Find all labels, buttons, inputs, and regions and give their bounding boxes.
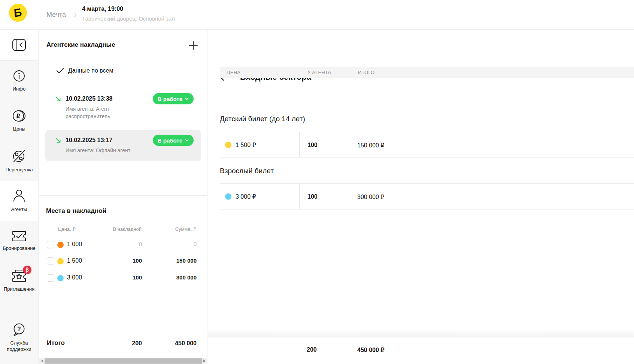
event-venue: Таврический дворец: Основной зал xyxy=(82,15,175,22)
arrow-down-right-icon xyxy=(55,96,61,102)
seat-row: 3 000 100 300 000 xyxy=(39,270,207,286)
column-header-price: Цена, ₽ xyxy=(58,226,76,232)
price-color-dot xyxy=(225,193,231,200)
total-in-invoice: 200 xyxy=(132,340,142,347)
seat-in-invoice: 100 xyxy=(133,274,142,281)
totals-row: Итого 200 450 000 xyxy=(39,339,207,349)
sidebar-spacer xyxy=(0,301,38,320)
total-divider xyxy=(39,332,207,332)
section-divider xyxy=(39,195,207,196)
seat-checkbox[interactable] xyxy=(47,257,54,265)
scrollbar-thumb[interactable] xyxy=(45,358,202,364)
sidebar-item-agents[interactable]: Агенты xyxy=(0,181,38,221)
sidebar-item-label: Цены xyxy=(1,126,37,132)
seat-sum: 150 000 xyxy=(176,257,197,264)
chevron-down-icon xyxy=(185,98,189,100)
seat-checkbox[interactable] xyxy=(47,274,54,282)
top-header: Б Мечта 4 марта, 19:00 Таврический дворе… xyxy=(0,0,634,30)
info-icon xyxy=(12,69,26,83)
invoice-item[interactable]: 10.02.2025 13:38 В работе Имя агента: Аг… xyxy=(45,90,201,124)
invoice-agent-name: Имя агента: Агент-распространитель xyxy=(66,105,152,120)
ruble-icon: ₽ xyxy=(12,109,27,123)
sector-at-agent: 100 xyxy=(307,193,318,200)
price-color-dot xyxy=(57,258,64,264)
plus-icon xyxy=(188,40,198,50)
sector-row: 1 500 ₽ 100 150 000 ₽ xyxy=(220,132,634,158)
status-dropdown[interactable]: В работе xyxy=(153,135,194,146)
total-label: Итого xyxy=(47,339,65,347)
sector-total: 300 000 ₽ xyxy=(357,193,384,201)
sidebar-item-label: Бронирование xyxy=(1,245,37,252)
sector-row: 3 000 ₽ 100 300 000 ₽ xyxy=(220,183,634,209)
sidebar-item-label: Инфо xyxy=(1,86,37,92)
column-header-total: ИТОГО xyxy=(358,70,374,75)
add-invoice-button[interactable] xyxy=(188,40,198,51)
seat-checkbox[interactable] xyxy=(47,241,54,248)
beta-badge: β xyxy=(23,266,31,274)
arrow-down-right-icon xyxy=(55,137,61,144)
invoice-datetime: 10.02.2025 13:17 xyxy=(66,137,112,144)
scroll-left-arrow[interactable] xyxy=(41,360,43,363)
sectors-totals-footer: 200 450 000 ₽ xyxy=(208,337,634,364)
sidebar: Инфо ₽ Цены Переоценка xyxy=(0,30,39,364)
sidebar-item-label: Агенты xyxy=(1,207,37,213)
price-color-dot xyxy=(225,142,231,148)
collapse-icon xyxy=(12,39,26,51)
svg-text:₽: ₽ xyxy=(16,113,20,119)
collapse-sidebar-button[interactable] xyxy=(12,39,26,51)
panel-title: Агентские накладные xyxy=(46,41,115,49)
breadcrumb-chevron-icon xyxy=(74,12,77,18)
sidebar-collapse-segment xyxy=(0,30,38,61)
ticket-check-icon xyxy=(12,230,27,242)
support-icon: ? xyxy=(12,322,26,337)
sector-price: 1 500 ₽ xyxy=(236,141,256,149)
sidebar-item-support[interactable]: ? Служба поддержки xyxy=(0,320,38,364)
seat-sum: 0 xyxy=(194,241,197,247)
invoice-item[interactable]: 10.02.2025 13:17 В работе Имя агента: Оф… xyxy=(45,130,201,161)
seat-row: 1 500 100 150 000 xyxy=(39,253,207,269)
seat-in-invoice: 100 xyxy=(133,257,142,264)
sector-group-title: Детский билет (до 14 лет) xyxy=(220,115,305,123)
sidebar-item-label: Приглашения xyxy=(1,286,37,293)
svg-text:?: ? xyxy=(17,326,21,332)
status-dropdown[interactable]: В работе xyxy=(153,93,194,104)
sidebar-item-info[interactable]: Инфо xyxy=(0,61,38,101)
seat-in-invoice: 0 xyxy=(139,241,142,247)
status-label: В работе xyxy=(158,137,182,144)
column-header-in-invoice: В накладной xyxy=(113,226,142,232)
sector-at-agent: 100 xyxy=(307,142,318,149)
seat-row: 1 000 0 0 xyxy=(39,236,207,253)
sidebar-item-booking[interactable]: Бронирование xyxy=(0,221,38,261)
sidebar-item-invitations[interactable]: β Приглашения xyxy=(0,261,38,301)
all-data-label: Данные по всем xyxy=(68,67,113,74)
sidebar-item-repricing[interactable]: Переоценка xyxy=(0,141,38,181)
app-logo[interactable]: Б xyxy=(9,4,27,22)
seat-price: 3 000 xyxy=(67,274,82,281)
horizontal-scrollbar[interactable] xyxy=(39,358,207,364)
seat-price: 1 000 xyxy=(67,241,82,248)
seat-sum: 300 000 xyxy=(176,274,197,281)
sector-price: 3 000 ₽ xyxy=(236,193,256,200)
person-icon xyxy=(12,189,26,203)
check-icon xyxy=(56,68,64,74)
table-header-band: ЦЕНА У АГЕНТА ИТОГО xyxy=(220,67,634,78)
sector-total: 150 000 ₽ xyxy=(357,142,384,149)
column-header-price: ЦЕНА xyxy=(227,70,240,75)
agent-invoices-panel: Агентские накладные Данные по всем 10.02… xyxy=(39,30,207,364)
sidebar-item-prices[interactable]: ₽ Цены xyxy=(0,101,38,141)
invoice-datetime: 10.02.2025 13:38 xyxy=(66,95,112,102)
entry-sectors-panel: Входные сектора ЦЕНА У АГЕНТА ИТОГО Детс… xyxy=(208,30,634,364)
scroll-right-arrow[interactable] xyxy=(203,360,206,363)
breadcrumb[interactable]: Мечта xyxy=(46,0,66,30)
price-color-dot xyxy=(57,275,64,281)
sidebar-item-label: Служба поддержки xyxy=(1,340,37,353)
all-data-item[interactable]: Данные по всем xyxy=(46,66,113,75)
status-label: В работе xyxy=(158,96,182,102)
chevron-down-icon xyxy=(185,139,189,142)
sector-group-title: Взрослый билет xyxy=(220,167,274,175)
footer-at-agent-total: 200 xyxy=(307,346,317,353)
column-header-sum: Сумма, ₽ xyxy=(175,226,196,232)
event-title: 4 марта, 19:00 xyxy=(82,6,175,12)
seat-price: 1 500 xyxy=(67,257,82,264)
seats-section-title: Места в накладной xyxy=(46,207,106,215)
